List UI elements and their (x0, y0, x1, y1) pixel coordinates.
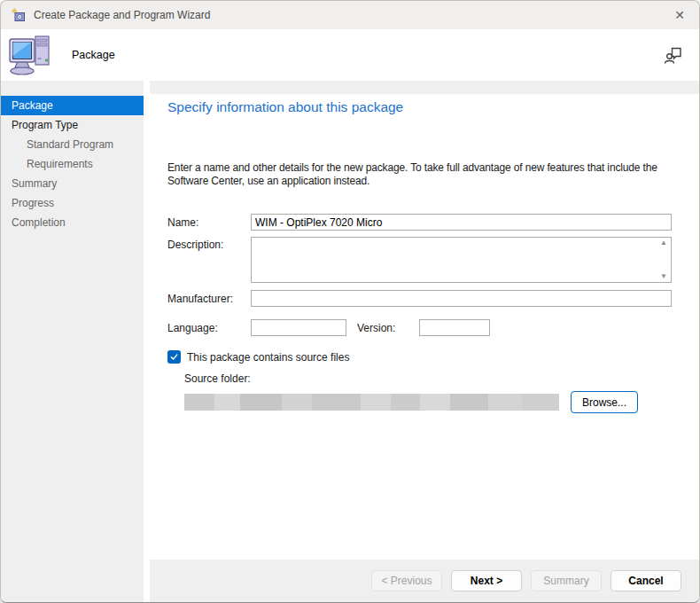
scroll-up-icon[interactable]: ▲ (660, 239, 667, 247)
version-input[interactable] (419, 319, 490, 336)
close-icon[interactable]: ✕ (660, 1, 699, 29)
name-label: Name: (167, 216, 251, 229)
nav-content-divider (144, 81, 150, 602)
content-pane: Specify information about this package E… (150, 94, 699, 560)
title-bar: Create Package and Program Wizard ✕ (1, 1, 699, 29)
nav-item-standard-program[interactable]: Standard Program (1, 135, 144, 154)
source-files-checkbox-label: This package contains source files (187, 351, 349, 364)
nav-item-completion[interactable]: Completion (1, 213, 144, 232)
package-computer-icon (8, 35, 56, 75)
source-folder-input[interactable] (184, 394, 559, 411)
source-folder-row: Browse... (184, 391, 672, 413)
browse-button[interactable]: Browse... (571, 391, 638, 413)
wizard-footer: < Previous Next > Summary Cancel (150, 560, 699, 602)
manufacturer-label: Manufacturer: (167, 293, 251, 305)
summary-button[interactable]: Summary (531, 570, 602, 591)
version-label: Version: (357, 322, 419, 334)
feedback-person-icon[interactable] (664, 45, 683, 65)
language-input[interactable] (251, 319, 346, 336)
language-label: Language: (167, 322, 251, 334)
source-files-row: This package contains source files (167, 350, 672, 364)
description-scrollbar[interactable]: ▲ ▼ (657, 238, 671, 282)
description-row: Description: ▲ ▼ (167, 237, 672, 283)
scroll-down-icon[interactable]: ▼ (660, 273, 667, 280)
nav-item-summary[interactable]: Summary (1, 174, 144, 193)
language-version-row: Language: Version: (167, 319, 672, 336)
previous-button[interactable]: < Previous (371, 570, 442, 591)
name-input[interactable] (251, 214, 672, 231)
name-row: Name: (167, 214, 672, 231)
description-label: Description: (167, 237, 251, 251)
nav-item-progress[interactable]: Progress (1, 193, 144, 213)
wizard-window: Create Package and Program Wizard ✕ Pack… (0, 0, 700, 603)
wizard-nav: Package Program Type Standard Program Re… (1, 81, 144, 602)
description-input[interactable] (252, 238, 657, 282)
source-folder-label: Source folder: (184, 372, 672, 385)
nav-item-requirements[interactable]: Requirements (1, 154, 144, 174)
page-title: Specify information about this package (167, 99, 672, 115)
package-form: Name: Description: ▲ ▼ (167, 214, 672, 413)
window-title: Create Package and Program Wizard (34, 9, 210, 21)
content-column: Specify information about this package E… (150, 81, 699, 602)
nav-item-package[interactable]: Package (1, 96, 144, 115)
cancel-button[interactable]: Cancel (611, 570, 681, 591)
manufacturer-row: Manufacturer: (167, 290, 672, 307)
wizard-app-icon (12, 8, 26, 22)
source-files-checkbox[interactable] (167, 350, 181, 364)
manufacturer-input[interactable] (251, 290, 672, 307)
wizard-banner: Package (1, 29, 699, 81)
intro-text: Enter a name and other details for the n… (167, 161, 672, 188)
nav-item-program-type[interactable]: Program Type (1, 115, 144, 135)
wizard-body: Package Program Type Standard Program Re… (1, 81, 699, 602)
banner-phase-title: Package (72, 49, 115, 61)
next-button[interactable]: Next > (451, 570, 522, 591)
description-field: ▲ ▼ (251, 237, 672, 283)
